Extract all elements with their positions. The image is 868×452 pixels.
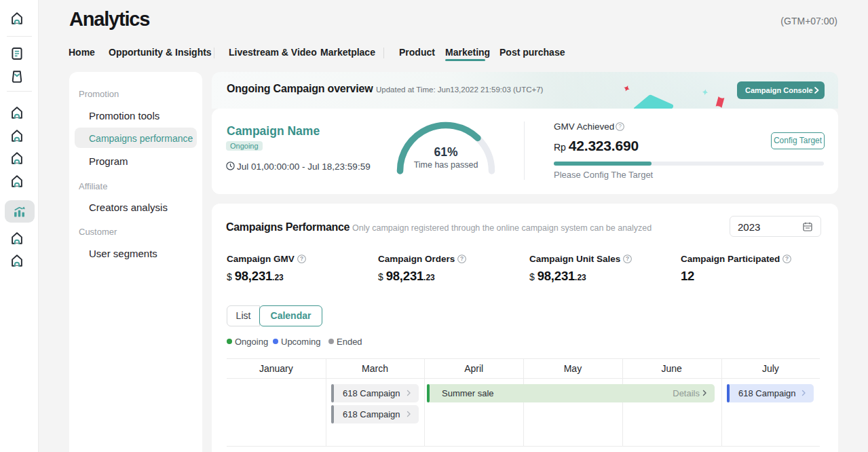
svg-text:?: ? <box>299 255 303 262</box>
svg-text:?: ? <box>460 255 464 262</box>
svg-text:?: ? <box>618 123 622 130</box>
svg-text:?: ? <box>626 255 629 262</box>
svg-text:?: ? <box>785 255 789 262</box>
